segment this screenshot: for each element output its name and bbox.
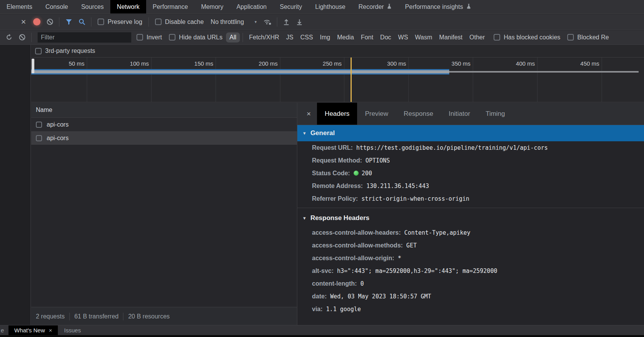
filter-type-doc[interactable]: Doc [377, 32, 394, 42]
filter-type-css[interactable]: CSS [297, 32, 317, 42]
header-row[interactable]: access-control-allow-origin: * [297, 252, 644, 264]
third-party-requests-toggle[interactable]: 3rd-party requests [31, 45, 644, 57]
detail-tab-timing[interactable]: Timing [478, 103, 513, 125]
flask-icon [387, 3, 392, 10]
header-value: GET [406, 242, 417, 249]
filter-type-img[interactable]: Img [317, 32, 334, 42]
general-section-header[interactable]: ▼ General [297, 125, 644, 141]
tab-memory[interactable]: Memory [194, 0, 230, 14]
header-value: Content-Type,apikey [404, 229, 470, 236]
network-conditions-button[interactable] [261, 17, 274, 27]
filter-type-other[interactable]: Other [466, 32, 488, 42]
blocked-requests-toggle[interactable]: Blocked Re [567, 34, 609, 41]
table-row[interactable]: api-cors [31, 131, 297, 145]
response-headers-section-header[interactable]: ▼ Response Headers [297, 210, 644, 226]
disable-cache-toggle[interactable]: Disable cache [155, 19, 204, 25]
name-column-header[interactable]: Name [31, 103, 297, 118]
export-har-button[interactable] [293, 17, 306, 27]
header-row[interactable]: access-control-allow-methods: GET [297, 239, 644, 252]
import-har-button[interactable] [280, 17, 293, 27]
blocked-requests-checkbox[interactable] [567, 34, 574, 41]
row-checkbox[interactable] [36, 135, 42, 141]
throttling-select[interactable]: No throttling ▼ [211, 19, 257, 25]
filter-input[interactable] [37, 32, 131, 43]
divider [243, 33, 243, 42]
filter-type-ws[interactable]: WS [394, 32, 411, 42]
tab-label: Recorder [359, 3, 384, 10]
export-har-icon [297, 19, 302, 25]
tab-network[interactable]: Network [110, 0, 146, 14]
detail-tab-headers[interactable]: Headers [317, 103, 357, 125]
filter-type-manifest[interactable]: Manifest [436, 32, 466, 42]
tab-performance-insights[interactable]: Performance insights [398, 0, 477, 14]
tab-sources[interactable]: Sources [74, 0, 110, 14]
refresh-button[interactable] [2, 32, 15, 43]
block-requests-button[interactable] [15, 32, 29, 43]
table-row[interactable]: api-cors [31, 118, 297, 131]
row-checkbox[interactable] [36, 122, 42, 128]
clear-network-log-button[interactable] [43, 17, 56, 27]
filter-type-js[interactable]: JS [283, 32, 297, 42]
network-toolbar: × Preserve log Disable cache No throttli… [0, 14, 644, 30]
filter-toggle-button[interactable] [62, 17, 75, 27]
close-details-button[interactable]: × [297, 103, 317, 125]
hide-data-urls-checkbox[interactable] [169, 34, 175, 41]
overview-drag-handle[interactable] [32, 59, 34, 73]
tab-application[interactable]: Application [230, 0, 273, 14]
flask-icon [466, 3, 471, 10]
has-blocked-cookies-label: Has blocked cookies [504, 34, 560, 41]
filter-type-font[interactable]: Font [357, 32, 377, 42]
detail-tab-response[interactable]: Response [396, 103, 441, 125]
invert-checkbox[interactable] [137, 34, 143, 41]
block-icon [19, 34, 25, 41]
filter-type-media[interactable]: Media [334, 32, 357, 42]
header-row[interactable]: access-control-allow-headers: Content-Ty… [297, 226, 644, 239]
drawer-tab-whats-new[interactable]: What's New × [8, 325, 58, 335]
third-party-requests-checkbox[interactable] [35, 48, 42, 54]
close-icon[interactable]: × [49, 327, 52, 334]
header-row[interactable]: date: Wed, 03 May 2023 18:50:57 GMT [297, 290, 644, 303]
header-row[interactable]: content-length: 0 [297, 277, 644, 290]
detail-tab-preview[interactable]: Preview [357, 103, 396, 125]
drawer-tab-issues[interactable]: Issues [58, 325, 87, 335]
tab-elements[interactable]: Elements [0, 0, 39, 14]
has-blocked-cookies-checkbox[interactable] [494, 34, 500, 41]
preserve-log-checkbox[interactable] [98, 19, 104, 25]
timeline-column: 200 ms [216, 58, 280, 102]
detail-tab-initiator[interactable]: Initiator [441, 103, 478, 125]
clear-icon [47, 19, 53, 25]
preserve-log-toggle[interactable]: Preserve log [98, 19, 142, 25]
has-blocked-cookies-toggle[interactable]: Has blocked cookies [494, 34, 560, 41]
filter-type-fetch-xhr[interactable]: Fetch/XHR [246, 32, 283, 42]
detail-tab-bar: × Headers Preview Response Initiator Tim… [297, 103, 644, 125]
header-row[interactable]: via: 1.1 google [297, 303, 644, 315]
tab-recorder[interactable]: Recorder [352, 0, 399, 14]
tab-console[interactable]: Console [39, 0, 75, 14]
tab-performance[interactable]: Performance [146, 0, 195, 14]
tab-label: Lighthouse [315, 3, 345, 10]
disable-cache-label: Disable cache [165, 19, 204, 25]
header-row[interactable]: Request Method: OPTIONS [297, 154, 644, 167]
record-network-log-button[interactable] [30, 17, 43, 27]
search-button[interactable] [75, 17, 88, 27]
divider [148, 17, 149, 27]
hide-data-urls-toggle[interactable]: Hide data URLs [169, 34, 223, 41]
header-row[interactable]: alt-svc: h3=":443"; ma=2592000,h3-29=":4… [297, 264, 644, 277]
filter-type-all[interactable]: All [226, 32, 240, 42]
clipped-tab-fragment: e [0, 325, 5, 335]
tab-label: Elements [7, 3, 32, 10]
network-overview-timeline[interactable]: 50 ms 100 ms 150 ms 200 ms 250 ms 300 ms… [31, 57, 644, 102]
tab-security[interactable]: Security [273, 0, 309, 14]
header-row[interactable]: Referrer Policy: strict-origin-when-cros… [297, 192, 644, 205]
filter-type-wasm[interactable]: Wasm [411, 32, 436, 42]
chevron-expanded-icon: ▼ [302, 131, 307, 135]
request-details-panel: × Headers Preview Response Initiator Tim… [297, 103, 644, 325]
header-label: Request Method: [312, 157, 362, 164]
header-row[interactable]: Remote Address: 130.211.36.145:443 [297, 180, 644, 192]
disable-cache-checkbox[interactable] [155, 19, 162, 25]
tab-lighthouse[interactable]: Lighthouse [309, 0, 352, 14]
header-row[interactable]: Status Code: 200 [297, 167, 644, 180]
invert-toggle[interactable]: Invert [137, 34, 162, 41]
header-row[interactable]: Request URL: https://test.godigibee.io/p… [297, 141, 644, 154]
close-panel-button[interactable]: × [17, 17, 30, 27]
